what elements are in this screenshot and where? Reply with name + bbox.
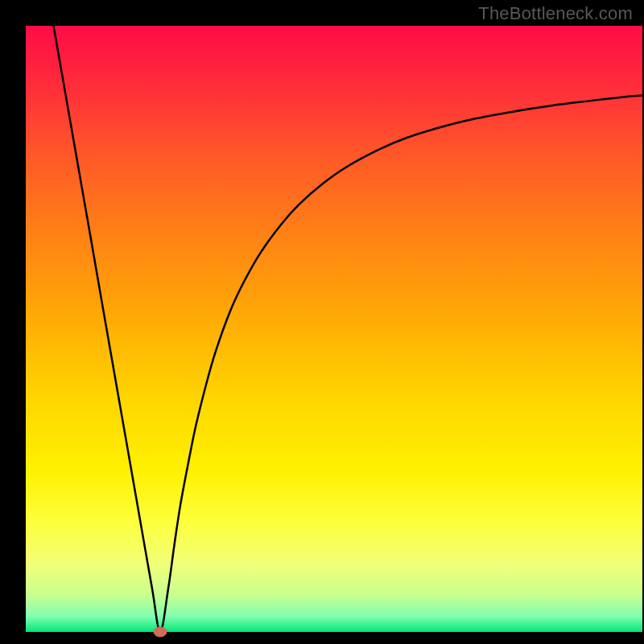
minimum-marker xyxy=(154,627,167,638)
chart-frame: TheBottleneck.com xyxy=(0,0,644,644)
watermark-text: TheBottleneck.com xyxy=(478,3,633,24)
plot-background xyxy=(26,26,642,632)
chart-svg xyxy=(0,0,644,644)
